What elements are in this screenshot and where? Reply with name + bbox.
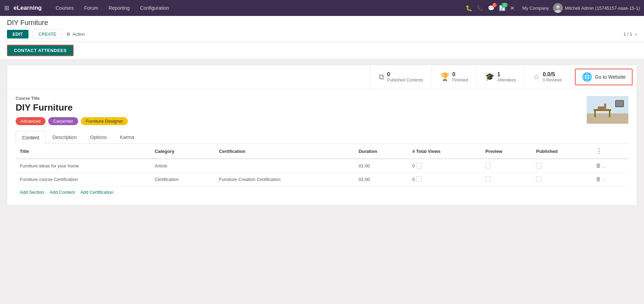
row1-preview bbox=[481, 159, 532, 173]
course-tags: Advanced Carpenter Furniture Designer bbox=[16, 117, 587, 125]
svg-rect-9 bbox=[616, 101, 623, 106]
nav-reporting[interactable]: Reporting bbox=[104, 0, 135, 16]
col-more-header: ⋮ bbox=[592, 144, 628, 159]
stat-finished[interactable]: 🏆 0 Finished bbox=[432, 67, 477, 87]
row2-views-cb[interactable] bbox=[416, 176, 422, 182]
stat-attendees[interactable]: 🎓 1 Attendees bbox=[477, 67, 525, 87]
contact-attendees-button[interactable]: CONTACT ATTENDEES bbox=[7, 45, 74, 56]
thumbnail-image bbox=[587, 96, 628, 124]
content-table: Title Category Certification Duration # … bbox=[16, 144, 628, 186]
bug-icon[interactable]: 🐛 bbox=[466, 5, 472, 11]
stat-text-attendees: 1 Attendees bbox=[497, 71, 516, 82]
col-duration: Duration bbox=[354, 144, 408, 159]
tag-advanced[interactable]: Advanced bbox=[16, 117, 45, 125]
row2-preview-cb[interactable] bbox=[485, 176, 491, 182]
chat-badge: 5 bbox=[492, 3, 497, 7]
row1-published-cb[interactable] bbox=[536, 163, 542, 168]
record-card: ⧉ 0 Published Contents 🏆 0 Finished 🎓 1 … bbox=[7, 65, 637, 206]
row2-more[interactable]: 🗑 ... bbox=[592, 173, 628, 186]
course-thumbnail bbox=[587, 96, 628, 124]
course-title-label: Course Title bbox=[16, 96, 587, 101]
row2-category: Certification bbox=[151, 173, 215, 186]
tag-carpenter[interactable]: Carpenter bbox=[48, 117, 78, 125]
refresh-badge: 32 bbox=[501, 3, 508, 7]
user-avatar bbox=[553, 3, 563, 13]
row1-more[interactable]: 🗑 ... bbox=[592, 159, 628, 173]
row1-views-cb[interactable] bbox=[416, 163, 422, 168]
col-published: Published bbox=[532, 144, 592, 159]
tag-furniture-designer[interactable]: Furniture Designer bbox=[81, 117, 128, 125]
rating: 0.0/5 bbox=[543, 71, 562, 78]
row2-duration: 01:00 bbox=[354, 173, 408, 186]
course-title-value: DIY Furniture bbox=[16, 102, 587, 113]
stats-bar: ⧉ 0 Published Contents 🏆 0 Finished 🎓 1 … bbox=[7, 65, 637, 89]
stat-go-to-website[interactable]: 🌐 Go to Website bbox=[575, 69, 633, 85]
stat-published-contents[interactable]: ⧉ 0 Published Contents bbox=[370, 67, 432, 87]
page-actions: EDIT CREATE ⚙ Action 1 / 1 ‹ bbox=[7, 29, 637, 39]
published-label: Published Contents bbox=[387, 78, 423, 82]
refresh-icon[interactable]: 🔄 32 bbox=[499, 5, 506, 11]
topnav-icons: 🐛 📞 💬 5 🔄 32 ✕ My Company Mitchell Admin… bbox=[466, 3, 640, 13]
nav-prev-arrow[interactable]: ‹ bbox=[635, 31, 637, 38]
tab-karma[interactable]: Karma bbox=[113, 131, 141, 144]
edit-button[interactable]: EDIT bbox=[7, 30, 28, 38]
top-navigation: ⊞ eLearning Courses Forum Reporting Conf… bbox=[0, 0, 644, 16]
close-icon[interactable]: ✕ bbox=[510, 5, 515, 11]
user-name: Mitchell Admin (15745157-saas-15-1) bbox=[565, 6, 640, 11]
row1-published bbox=[532, 159, 592, 173]
attendees-count: 1 bbox=[497, 71, 516, 78]
gear-icon: ⚙ bbox=[66, 32, 70, 37]
brand-name[interactable]: eLearning bbox=[14, 5, 42, 11]
page-title: DIY Furniture bbox=[7, 19, 637, 27]
add-certification-link[interactable]: Add Certification bbox=[80, 190, 113, 195]
user-menu[interactable]: Mitchell Admin (15745157-saas-15-1) bbox=[553, 3, 640, 13]
create-button[interactable]: CREATE bbox=[33, 29, 62, 39]
col-certification: Certification bbox=[215, 144, 354, 159]
tab-description[interactable]: Description bbox=[46, 131, 83, 144]
row2-published-cb[interactable] bbox=[536, 176, 542, 182]
svg-rect-6 bbox=[594, 111, 596, 117]
nav-forum[interactable]: Forum bbox=[79, 0, 103, 16]
nav-menu: Courses Forum Reporting Configuration bbox=[51, 0, 463, 16]
contact-bar: CONTACT ATTENDEES bbox=[0, 42, 644, 59]
reviews-label: 0 Reviews bbox=[543, 78, 562, 82]
tab-content[interactable]: Content bbox=[16, 131, 46, 144]
graduation-icon: 🎓 bbox=[485, 72, 494, 81]
course-tabs: Content Description Options Karma bbox=[16, 131, 628, 144]
published-icon: ⧉ bbox=[379, 72, 384, 81]
row1-certification bbox=[215, 159, 354, 173]
add-links: Add Section Add Content Add Certificatio… bbox=[16, 186, 628, 198]
stat-text-website: Go to Website bbox=[595, 74, 626, 80]
svg-rect-4 bbox=[587, 113, 628, 124]
row1-preview-cb[interactable] bbox=[485, 163, 491, 168]
finished-count: 0 bbox=[452, 71, 468, 78]
row2-preview bbox=[481, 173, 532, 186]
col-total-views: # Total Views bbox=[408, 144, 481, 159]
pagination: 1 / 1 ‹ bbox=[624, 31, 637, 38]
table-row: Furniture ideas for your home Article 01… bbox=[16, 159, 628, 173]
company-name: My Company bbox=[522, 6, 549, 11]
row1-title[interactable]: Furniture ideas for your home bbox=[16, 159, 151, 173]
nav-configuration[interactable]: Configuration bbox=[135, 0, 174, 16]
grid-icon[interactable]: ⊞ bbox=[4, 4, 9, 12]
published-count: 0 bbox=[387, 71, 423, 78]
phone-icon[interactable]: 📞 bbox=[477, 5, 484, 11]
row2-title[interactable]: Furniture course Certification bbox=[16, 173, 151, 186]
row1-category: Article bbox=[151, 159, 215, 173]
page-header: DIY Furniture EDIT CREATE ⚙ Action 1 / 1… bbox=[0, 16, 644, 42]
main-content: ⧉ 0 Published Contents 🏆 0 Finished 🎓 1 … bbox=[0, 59, 644, 211]
add-section-link[interactable]: Add Section bbox=[20, 190, 44, 195]
stat-reviews[interactable]: ☆ 0.0/5 0 Reviews bbox=[525, 67, 570, 87]
nav-courses[interactable]: Courses bbox=[51, 0, 78, 16]
tab-options[interactable]: Options bbox=[83, 131, 113, 144]
row2-certification[interactable]: Furniture Creation Certification bbox=[215, 173, 354, 186]
website-label: Go to Website bbox=[595, 74, 626, 80]
stat-text-reviews: 0.0/5 0 Reviews bbox=[543, 71, 562, 82]
row2-published bbox=[532, 173, 592, 186]
delete-icon-2[interactable]: 🗑 bbox=[596, 176, 601, 182]
chat-icon[interactable]: 💬 5 bbox=[488, 5, 495, 11]
add-content-link[interactable]: Add Content bbox=[50, 190, 75, 195]
delete-icon[interactable]: 🗑 bbox=[596, 163, 601, 169]
stat-text-finished: 0 Finished bbox=[452, 71, 468, 82]
action-button[interactable]: ⚙ Action bbox=[66, 32, 85, 37]
